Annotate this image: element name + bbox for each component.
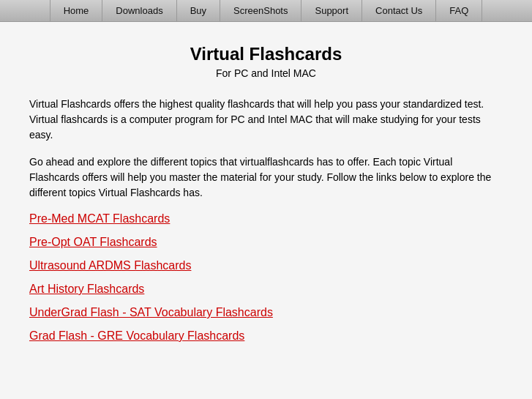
- navigation: HomeDownloadsBuyScreenShotsSupportContac…: [0, 0, 532, 22]
- intro-paragraph-2: Go ahead and explore the different topic…: [29, 154, 503, 201]
- page-subtitle: For PC and Intel MAC: [29, 67, 503, 79]
- intro-paragraph-1: Virtual Flashcards offers the highest qu…: [29, 97, 503, 143]
- main-content: Virtual Flashcards For PC and Intel MAC …: [0, 22, 532, 399]
- links-section: Pre-Med MCAT FlashcardsPre-Opt OAT Flash…: [29, 212, 503, 343]
- link-mcat[interactable]: Pre-Med MCAT Flashcards: [29, 212, 503, 225]
- page-title: Virtual Flashcards: [29, 44, 503, 64]
- nav-screenshots[interactable]: ScreenShots: [220, 0, 301, 21]
- nav-buy[interactable]: Buy: [177, 0, 220, 21]
- link-sat[interactable]: UnderGrad Flash - SAT Vocabulary Flashca…: [29, 306, 503, 319]
- nav-home[interactable]: Home: [50, 0, 103, 21]
- link-art-history[interactable]: Art History Flashcards: [29, 283, 503, 296]
- nav-support[interactable]: Support: [301, 0, 362, 21]
- nav-faq[interactable]: FAQ: [436, 0, 482, 21]
- link-ardms[interactable]: Ultrasound ARDMS Flashcards: [29, 259, 503, 272]
- link-oat[interactable]: Pre-Opt OAT Flashcards: [29, 236, 503, 249]
- nav-contact[interactable]: Contact Us: [362, 0, 436, 21]
- link-gre[interactable]: Grad Flash - GRE Vocabulary Flashcards: [29, 329, 503, 343]
- nav-downloads[interactable]: Downloads: [102, 0, 176, 21]
